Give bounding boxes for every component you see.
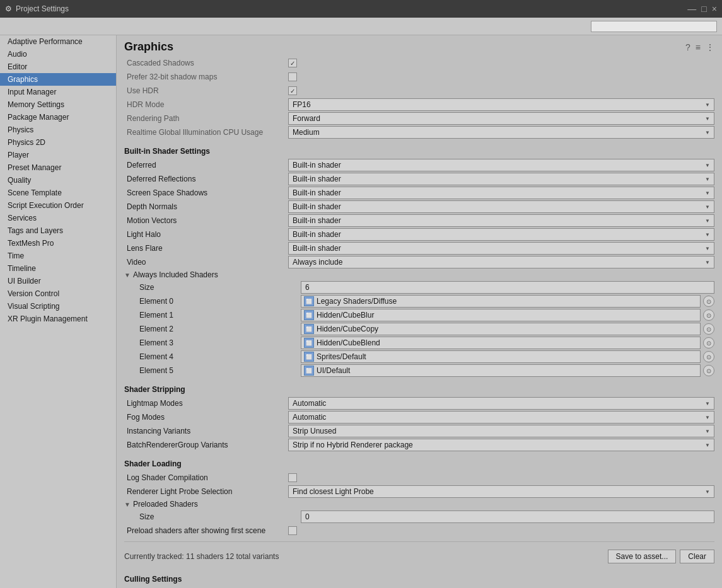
lightmapmodes-row: Lightmap Modes Automatic ▼ bbox=[124, 396, 714, 410]
shader-row-label-7: Video bbox=[124, 258, 288, 267]
element-row-4: Element 4 ⬜ Sprites/Default ⊙ bbox=[124, 350, 714, 364]
builtin-shader-section: Built-in Shader Settings bbox=[124, 142, 714, 158]
sidebar-item-audio[interactable]: Audio bbox=[0, 48, 116, 61]
element-circle-btn-1[interactable]: ⊙ bbox=[703, 309, 714, 321]
sidebar-item-time[interactable]: Time bbox=[0, 250, 116, 262]
element-circle-btn-0[interactable]: ⊙ bbox=[703, 296, 714, 307]
element-circle-btn-2[interactable]: ⊙ bbox=[703, 323, 714, 335]
shader-row-value-4: Built-in shader ▼ bbox=[288, 214, 714, 227]
lightprobe-value: Find closest Light Probe ▼ bbox=[288, 485, 714, 498]
logshader-checkbox[interactable] bbox=[288, 473, 297, 482]
sidebar-item-script-execution-order[interactable]: Script Execution Order bbox=[0, 199, 116, 212]
sidebar-item-xr-plugin-management[interactable]: XR Plugin Management bbox=[0, 313, 116, 325]
sidebar-item-graphics[interactable]: Graphics bbox=[0, 73, 116, 86]
prefer32bit-value bbox=[288, 72, 714, 81]
lightprobe-dropdown[interactable]: Find closest Light Probe ▼ bbox=[288, 485, 714, 498]
prefer32bit-checkbox[interactable] bbox=[288, 72, 297, 81]
element-circle-btn-5[interactable]: ⊙ bbox=[703, 365, 714, 376]
element-value-1: ⬜ Hidden/CubeBlur ⊙ bbox=[301, 309, 714, 321]
minimize-button[interactable]: — bbox=[687, 4, 696, 14]
element-circle-btn-3[interactable]: ⊙ bbox=[703, 337, 714, 349]
sidebar-item-timeline[interactable]: Timeline bbox=[0, 262, 116, 275]
more-icon[interactable]: ⋮ bbox=[706, 42, 714, 52]
fogmodes-text: Automatic bbox=[293, 413, 326, 422]
shader-row-value-3: Built-in shader ▼ bbox=[288, 200, 714, 213]
usehdr-label: Use HDR bbox=[124, 86, 288, 95]
batchrenderer-dropdown[interactable]: Strip if no Hybrid Renderer package ▼ bbox=[288, 439, 714, 451]
element-label-5: Element 5 bbox=[137, 366, 301, 375]
shader-row-dropdown-6[interactable]: Built-in shader ▼ bbox=[288, 242, 714, 255]
sidebar-item-tags-and-layers[interactable]: Tags and Layers bbox=[0, 224, 116, 237]
cascaded-shadows-checkbox[interactable] bbox=[288, 59, 297, 67]
usehdr-checkbox[interactable] bbox=[288, 86, 297, 95]
shader-row-1: Deferred Reflections Built-in shader ▼ bbox=[124, 172, 714, 186]
title-bar-title: Project Settings bbox=[16, 4, 69, 13]
clear-button[interactable]: Clear bbox=[680, 550, 714, 563]
shader-loading-section: Shader Loading bbox=[124, 454, 714, 471]
always-included-collapse[interactable]: ▼ Always Included Shaders bbox=[124, 269, 714, 280]
size-input[interactable] bbox=[301, 281, 714, 294]
hdrmode-dropdown[interactable]: FP16 ▼ bbox=[288, 98, 714, 111]
sidebar-item-ui-builder[interactable]: UI Builder bbox=[0, 275, 116, 287]
lightmapmodes-dropdown[interactable]: Automatic ▼ bbox=[288, 397, 714, 410]
preload-size-input[interactable] bbox=[301, 510, 714, 523]
shader-row-3: Depth Normals Built-in shader ▼ bbox=[124, 200, 714, 214]
shader-row-value-7: Always include ▼ bbox=[288, 256, 714, 268]
sidebar-item-physics[interactable]: Physics bbox=[0, 124, 116, 136]
sidebar-item-textmesh-pro[interactable]: TextMesh Pro bbox=[0, 237, 116, 250]
shader-row-dropdown-7[interactable]: Always include ▼ bbox=[288, 256, 714, 268]
maximize-button[interactable]: □ bbox=[701, 4, 706, 14]
shader-row-dropdown-3[interactable]: Built-in shader ▼ bbox=[288, 200, 714, 213]
sidebar-item-adaptive-performance[interactable]: Adaptive Performance bbox=[0, 35, 116, 48]
sidebar-item-version-control[interactable]: Version Control bbox=[0, 287, 116, 300]
preloaded-shaders-collapse[interactable]: ▼ Preloaded Shaders bbox=[124, 499, 714, 510]
sidebar-item-input-manager[interactable]: Input Manager bbox=[0, 86, 116, 98]
shader-row-dropdown-2[interactable]: Built-in shader ▼ bbox=[288, 187, 714, 199]
shader-row-label-2: Screen Space Shadows bbox=[124, 188, 288, 197]
sidebar-item-scene-template[interactable]: Scene Template bbox=[0, 187, 116, 199]
renderingpath-dropdown[interactable]: Forward ▼ bbox=[288, 112, 714, 125]
search-input[interactable] bbox=[591, 21, 717, 32]
sidebar-item-services[interactable]: Services bbox=[0, 212, 116, 224]
hdrmode-arrow: ▼ bbox=[705, 102, 710, 108]
element-inner-5: ⬜ UI/Default ⊙ bbox=[301, 364, 714, 377]
sidebar-item-player[interactable]: Player bbox=[0, 149, 116, 161]
realtimegi-value: Medium ▼ bbox=[288, 126, 714, 139]
sidebar-item-physics-2d[interactable]: Physics 2D bbox=[0, 136, 116, 149]
shader-row-dropdown-0[interactable]: Built-in shader ▼ bbox=[288, 159, 714, 171]
save-to-asset-button[interactable]: Save to asset... bbox=[608, 550, 677, 563]
sidebar-item-package-manager[interactable]: Package Manager bbox=[0, 111, 116, 124]
sidebar-item-visual-scripting[interactable]: Visual Scripting bbox=[0, 300, 116, 313]
title-bar-icon: ⚙ bbox=[5, 4, 12, 13]
shader-row-value-2: Built-in shader ▼ bbox=[288, 187, 714, 199]
element-circle-btn-4[interactable]: ⊙ bbox=[703, 351, 714, 362]
sidebar-item-preset-manager[interactable]: Preset Manager bbox=[0, 161, 116, 174]
instancing-dropdown[interactable]: Strip Unused ▼ bbox=[288, 425, 714, 437]
shader-row-dropdown-4[interactable]: Built-in shader ▼ bbox=[288, 214, 714, 227]
size-value bbox=[301, 281, 714, 294]
realtimegi-dropdown[interactable]: Medium ▼ bbox=[288, 126, 714, 139]
sidebar-item-editor[interactable]: Editor bbox=[0, 61, 116, 73]
element-inner-2: ⬜ Hidden/CubeCopy ⊙ bbox=[301, 323, 714, 335]
element-label-1: Element 1 bbox=[137, 311, 301, 320]
shader-row-dropdown-5[interactable]: Built-in shader ▼ bbox=[288, 228, 714, 241]
shader-row-dropdown-1[interactable]: Built-in shader ▼ bbox=[288, 173, 714, 185]
cascaded-shadows-value bbox=[288, 59, 714, 67]
cascaded-shadows-row: Cascaded Shadows bbox=[124, 56, 714, 70]
close-button[interactable]: × bbox=[712, 4, 717, 14]
panel-title: Graphics bbox=[124, 40, 173, 54]
settings-content: Cascaded Shadows Prefer 32-bit shadow ma… bbox=[117, 56, 722, 588]
hdrmode-label: HDR Mode bbox=[124, 100, 288, 109]
settings-icon[interactable]: ≡ bbox=[696, 42, 701, 52]
sidebar-item-memory-settings[interactable]: Memory Settings bbox=[0, 98, 116, 111]
preload-after-label: Preload shaders after showing first scen… bbox=[124, 526, 288, 535]
preload-after-checkbox[interactable] bbox=[288, 526, 297, 535]
batchrenderer-text: Strip if no Hybrid Renderer package bbox=[293, 441, 413, 449]
batchrenderer-arrow: ▼ bbox=[705, 442, 710, 448]
help-icon[interactable]: ? bbox=[685, 42, 690, 52]
sidebar-item-quality[interactable]: Quality bbox=[0, 174, 116, 187]
size-row: Size bbox=[124, 280, 714, 294]
title-bar-controls[interactable]: — □ × bbox=[687, 4, 717, 14]
element-label-4: Element 4 bbox=[137, 352, 301, 361]
fogmodes-dropdown[interactable]: Automatic ▼ bbox=[288, 411, 714, 424]
